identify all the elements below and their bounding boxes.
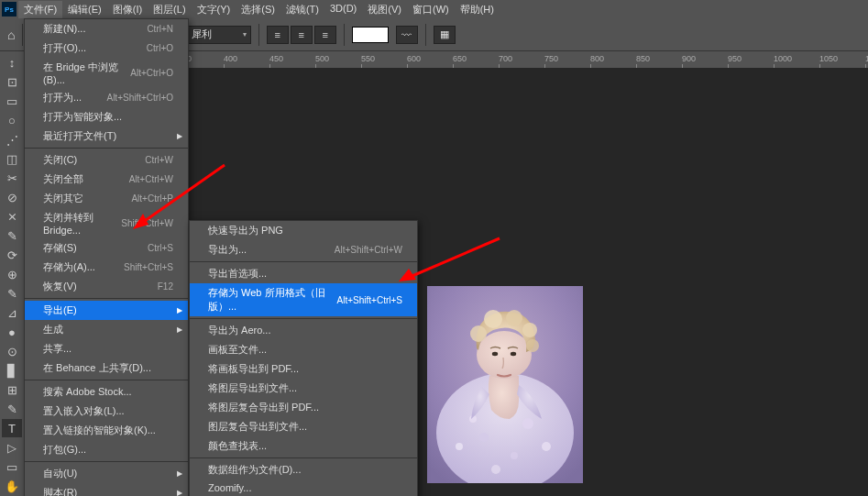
- menu-f[interactable]: 文件(F): [18, 1, 62, 18]
- align-left-button[interactable]: ≡: [267, 26, 289, 44]
- menuitem[interactable]: 生成: [25, 320, 188, 339]
- tool-18[interactable]: ✎: [2, 400, 22, 418]
- tool-7[interactable]: ⊘: [2, 188, 22, 206]
- tool-20[interactable]: ▷: [2, 438, 22, 457]
- ruler-tick: 400: [224, 54, 237, 63]
- menu-i[interactable]: 图像(I): [107, 1, 148, 18]
- document-image[interactable]: [427, 286, 583, 483]
- tool-9[interactable]: ✎: [2, 226, 22, 245]
- menuitem[interactable]: 导出为...Alt+Shift+Ctrl+W: [190, 240, 417, 259]
- menu-e[interactable]: 编辑(E): [62, 1, 107, 18]
- menuitem[interactable]: 画板至文件...: [190, 340, 417, 359]
- tool-22[interactable]: ✋: [2, 477, 22, 495]
- menuitem[interactable]: 关闭(C)Ctrl+W: [25, 150, 188, 170]
- tool-4[interactable]: ⋰: [2, 130, 22, 149]
- menuitem[interactable]: 脚本(R): [25, 483, 188, 496]
- menuitem[interactable]: 导出首选项...: [190, 264, 417, 283]
- tool-8[interactable]: ⨯: [2, 207, 22, 226]
- tool-17[interactable]: ⊞: [2, 380, 22, 399]
- menuitem[interactable]: 导出为 Aero...: [190, 321, 417, 340]
- menuitem[interactable]: 将图层复合导出到 PDF...: [190, 398, 417, 417]
- app-logo: Ps: [2, 2, 16, 17]
- menuitem-label: 导出首选项...: [208, 267, 267, 281]
- export-submenu: 快速导出为 PNG导出为...Alt+Shift+Ctrl+W导出首选项...存…: [189, 220, 418, 496]
- menuitem-label: 关闭全部: [43, 172, 83, 186]
- menuitem-label: 脚本(R): [43, 486, 77, 496]
- chevron-down-icon[interactable]: ▾: [243, 30, 247, 39]
- tool-6[interactable]: ✂: [2, 169, 22, 187]
- menuitem[interactable]: 关闭其它Alt+Ctrl+P: [25, 189, 188, 208]
- align-center-button[interactable]: ≡: [291, 26, 313, 44]
- menuitem[interactable]: 图层复合导出到文件...: [190, 417, 417, 436]
- ruler-tick: 700: [499, 54, 512, 63]
- tool-12[interactable]: ✎: [2, 284, 22, 303]
- menuitem[interactable]: 将画板导出到 PDF...: [190, 359, 417, 379]
- text-color-swatch[interactable]: [352, 27, 389, 43]
- menuitem[interactable]: Zoomify...: [190, 479, 417, 496]
- tool-15[interactable]: ⊙: [2, 342, 22, 360]
- tool-11[interactable]: ⊕: [2, 265, 22, 283]
- menuitem[interactable]: 共享...: [25, 339, 188, 358]
- menuitem[interactable]: 存储(S)Ctrl+S: [25, 238, 188, 258]
- tool-13[interactable]: ⊿: [2, 303, 22, 322]
- menuitem[interactable]: 自动(U): [25, 464, 188, 483]
- menuitem[interactable]: 打开为...Alt+Shift+Ctrl+O: [25, 88, 188, 107]
- menubar: Ps 文件(F)编辑(E)图像(I)图层(L)文字(Y)选择(S)滤镜(T)3D…: [0, 0, 868, 18]
- menu-s[interactable]: 选择(S): [236, 1, 280, 18]
- menuitem[interactable]: 打包(G)...: [25, 440, 188, 459]
- menuitem-label: 将图层复合导出到 PDF...: [208, 401, 319, 414]
- menu-y[interactable]: 文字(Y): [192, 1, 236, 18]
- menuitem[interactable]: 关闭并转到 Bridge...Shift+Ctrl+W: [25, 208, 188, 238]
- separator: [25, 148, 188, 149]
- menuitem[interactable]: 搜索 Adobe Stock...: [25, 382, 188, 402]
- menuitem[interactable]: 新建(N)...Ctrl+N: [25, 19, 188, 39]
- align-right-button[interactable]: ≡: [314, 26, 336, 44]
- antialias-select[interactable]: 犀利 ▾: [187, 26, 251, 44]
- menuitem[interactable]: 在 Behance 上共享(D)...: [25, 358, 188, 378]
- tool-0[interactable]: ↕: [2, 53, 22, 72]
- shortcut: Shift+Ctrl+W: [121, 218, 173, 228]
- tool-14[interactable]: ●: [2, 323, 22, 341]
- menuitem[interactable]: 快速导出为 PNG: [190, 221, 417, 240]
- tool-10[interactable]: ⟳: [2, 246, 22, 264]
- tool-2[interactable]: ▭: [2, 92, 22, 110]
- menuitem[interactable]: 在 Bridge 中浏览(B)...Alt+Ctrl+O: [25, 58, 188, 88]
- tool-3[interactable]: ○: [2, 111, 22, 129]
- shortcut: Alt+Ctrl+P: [131, 193, 173, 204]
- tool-19[interactable]: T: [2, 419, 22, 437]
- menuitem[interactable]: 置入嵌入对象(L)...: [25, 402, 188, 421]
- menuitem-label: 置入链接的智能对象(K)...: [43, 424, 156, 437]
- menuitem[interactable]: 打开(O)...Ctrl+O: [25, 39, 188, 58]
- menuitem[interactable]: 最近打开文件(T): [25, 127, 188, 146]
- menuitem[interactable]: 数据组作为文件(D)...: [190, 460, 417, 479]
- menu-w[interactable]: 窗口(W): [407, 1, 455, 18]
- file-menu-dropdown: 新建(N)...Ctrl+N打开(O)...Ctrl+O在 Bridge 中浏览…: [24, 18, 189, 496]
- tool-5[interactable]: ◫: [2, 149, 22, 168]
- menu-h[interactable]: 帮助(H): [455, 1, 500, 18]
- warp-text-button[interactable]: 〰: [396, 26, 418, 44]
- ruler-tick: 500: [315, 54, 329, 63]
- home-icon[interactable]: ⌂: [7, 28, 15, 42]
- tool-16[interactable]: ▊: [2, 361, 22, 380]
- menu-l[interactable]: 图层(L): [148, 1, 191, 18]
- menuitem[interactable]: 导出(E): [25, 301, 188, 320]
- menuitem-label: 新建(N)...: [43, 22, 85, 36]
- divider: [425, 24, 426, 46]
- panel-button[interactable]: ▦: [434, 26, 456, 44]
- menuitem[interactable]: 打开为智能对象...: [25, 107, 188, 127]
- menuitem[interactable]: 颜色查找表...: [190, 436, 417, 456]
- menu-t[interactable]: 滤镜(T): [280, 1, 324, 18]
- tool-1[interactable]: ⊡: [2, 72, 22, 91]
- menuitem[interactable]: 将图层导出到文件...: [190, 379, 417, 398]
- menuitem[interactable]: 恢复(V)F12: [25, 277, 188, 296]
- menuitem[interactable]: 置入链接的智能对象(K)...: [25, 421, 188, 440]
- ruler-tick: 850: [636, 54, 650, 63]
- tool-21[interactable]: ▭: [2, 457, 22, 476]
- menuitem[interactable]: 存储为(A)...Shift+Ctrl+S: [25, 258, 188, 277]
- menuitem-label: 导出为 Aero...: [208, 324, 270, 337]
- menu-v[interactable]: 视图(V): [362, 1, 407, 18]
- shortcut: Alt+Shift+Ctrl+S: [337, 295, 402, 305]
- menuitem[interactable]: 存储为 Web 所用格式（旧版）...Alt+Shift+Ctrl+S: [190, 283, 417, 316]
- menuitem[interactable]: 关闭全部Alt+Ctrl+W: [25, 170, 188, 189]
- menu-dd[interactable]: 3D(D): [324, 1, 362, 18]
